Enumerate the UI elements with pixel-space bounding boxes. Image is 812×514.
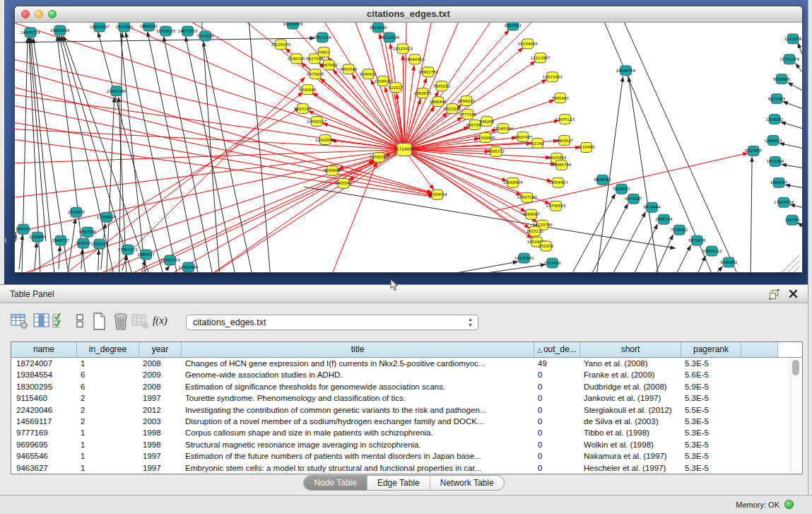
- graph-node[interactable]: 5463: [318, 47, 329, 57]
- graph-node[interactable]: 1209382: [766, 115, 783, 124]
- table-row[interactable]: 977716911998Corpus callosum shape and si…: [11, 427, 802, 438]
- graph-node[interactable]: 25226058: [271, 40, 290, 49]
- graph-node[interactable]: 15751074: [779, 54, 799, 64]
- graph-node[interactable]: 1350515: [91, 239, 108, 249]
- graph-node[interactable]: 20691406: [50, 25, 70, 35]
- select-all-icon[interactable]: [52, 313, 70, 331]
- graph-node[interactable]: 9227343: [768, 94, 786, 104]
- graph-node[interactable]: 5875685: [307, 69, 324, 79]
- graph-node[interactable]: 1733426: [543, 258, 561, 268]
- graph-node[interactable]: 2803144: [294, 104, 312, 114]
- graph-node[interactable]: 685051: [16, 224, 31, 234]
- graph-node[interactable]: 18807293: [517, 192, 537, 202]
- graph-node[interactable]: 7955812: [433, 81, 450, 91]
- table-rows[interactable]: 1872400712008Changes of HCN gene express…: [11, 358, 802, 474]
- vertical-scrollbar[interactable]: [790, 358, 801, 473]
- graph-node[interactable]: 17957272: [118, 245, 138, 255]
- graph-node[interactable]: 1821022: [444, 104, 461, 114]
- graph-node[interactable]: 6879197: [625, 194, 642, 204]
- column-header-title[interactable]: title: [182, 342, 534, 357]
- graph-node[interactable]: 1112854: [784, 34, 802, 44]
- graph-node[interactable]: 2942757: [52, 235, 70, 245]
- graph-node[interactable]: 2867608: [320, 60, 338, 70]
- close-panel-button[interactable]: [788, 288, 799, 299]
- graph-node[interactable]: 24055724: [20, 28, 40, 37]
- graph-node[interactable]: 14569117: [307, 117, 326, 127]
- graph-node[interactable]: 10688609: [503, 177, 523, 187]
- graph-node[interactable]: 18325419: [393, 44, 413, 54]
- zoom-button[interactable]: [48, 10, 57, 18]
- tab-node-table[interactable]: Node Table: [304, 476, 367, 490]
- graph-node[interactable]: 746266: [479, 117, 494, 127]
- network-view-window[interactable]: citations_edges.txt 24055724206914061065…: [14, 6, 803, 273]
- float-panel-button[interactable]: [769, 289, 779, 300]
- table-panel-titlebar[interactable]: Table Panel: [0, 284, 808, 303]
- graph-node[interactable]: 116753: [785, 215, 800, 225]
- table-row[interactable]: 2242004622012Investigating the contribut…: [11, 404, 802, 416]
- column-header-short[interactable]: short: [580, 342, 681, 357]
- table-row[interactable]: 1938455462009Genome-wide association stu…: [11, 369, 802, 380]
- table-options-icon[interactable]: [11, 313, 29, 331]
- graph-node[interactable]: 16640910: [405, 54, 425, 64]
- graph-node[interactable]: 7485063: [551, 93, 569, 103]
- graph-node[interactable]: 1362615: [414, 88, 431, 98]
- tab-edge-table[interactable]: Edge Table: [367, 476, 430, 490]
- function-builder-icon[interactable]: f(x): [153, 315, 171, 333]
- table-selector-combobox[interactable]: citations_edges.txt ▲▼: [186, 315, 478, 330]
- table-row[interactable]: 1872400712008Changes of HCN gene express…: [11, 358, 802, 369]
- table-row[interactable]: 969969511998Structural magnetic resonanc…: [11, 439, 802, 450]
- close-button[interactable]: [21, 10, 30, 18]
- table-row[interactable]: 946554611997Estimation of the future num…: [11, 450, 802, 462]
- new-table-icon[interactable]: [91, 313, 110, 331]
- minimize-button[interactable]: [35, 10, 43, 18]
- scrollbar-thumb[interactable]: [792, 360, 799, 375]
- column-header-name[interactable]: name: [11, 342, 77, 357]
- graph-node[interactable]: 19384554: [428, 189, 447, 199]
- graph-node[interactable]: 2935114: [655, 214, 673, 224]
- graph-node[interactable]: 9329966: [773, 74, 791, 84]
- delete-table-icon[interactable]: [112, 313, 130, 331]
- resize-handle-icon[interactable]: [782, 255, 799, 272]
- graph-node[interactable]: 14671358: [178, 26, 198, 36]
- graph-node[interactable]: 8813054: [370, 23, 387, 33]
- graph-node[interactable]: 12923446: [179, 262, 199, 272]
- graph-node[interactable]: 2520656: [68, 207, 86, 217]
- graph-node[interactable]: 16154838: [518, 39, 538, 49]
- table-row[interactable]: 946362711997Embryonic stem cells: a mode…: [11, 462, 802, 474]
- table-row[interactable]: 911546021997Tourette syndrome. Phenomeno…: [11, 392, 802, 404]
- graph-node[interactable]: 1244413: [765, 136, 782, 146]
- graph-node[interactable]: 8186328: [288, 54, 305, 64]
- graph-node[interactable]: 39159: [15, 232, 17, 242]
- table-type-tabs[interactable]: Node TableEdge TableNetwork Table: [303, 475, 504, 491]
- graph-node[interactable]: 2087682: [505, 23, 522, 30]
- graph-node[interactable]: 1995817: [137, 250, 155, 259]
- graph-node[interactable]: 8471676: [688, 235, 706, 245]
- row-height-icon[interactable]: [73, 313, 92, 331]
- graph-node[interactable]: 8938923: [613, 184, 630, 194]
- graph-node[interactable]: 19756928: [546, 201, 566, 211]
- graph-node[interactable]: 8466160: [140, 23, 158, 31]
- graph-node[interactable]: 19218506: [379, 33, 399, 42]
- graph-node[interactable]: 8454749: [340, 64, 358, 74]
- graph-node[interactable]: 16782759: [160, 255, 180, 265]
- graph-node[interactable]: 9797588: [79, 227, 97, 237]
- collapsed-panel-arrow-icon[interactable]: [1, 238, 6, 243]
- graph-node[interactable]: 16648784: [616, 66, 636, 76]
- graph-node[interactable]: 1156869: [29, 232, 47, 242]
- graph-node[interactable]: 1621064: [767, 156, 784, 166]
- graph-node[interactable]: 7857224: [314, 33, 331, 42]
- graph-node[interactable]: 9684067: [523, 209, 541, 219]
- node-attribute-table[interactable]: namein_degreeyeartitle△out_de...shortpag…: [11, 341, 803, 474]
- graph-node[interactable]: 21053346: [107, 86, 126, 96]
- graph-node[interactable]: 10654112: [702, 246, 722, 256]
- tab-network-table[interactable]: Network Table: [430, 476, 504, 490]
- window-titlebar[interactable]: citations_edges.txt: [15, 6, 802, 23]
- graph-node[interactable]: 8794028: [458, 96, 476, 106]
- column-header-out_de...[interactable]: △out_de...: [534, 342, 580, 357]
- graph-node[interactable]: 9474444: [643, 202, 661, 212]
- graph-node[interactable]: 17016504: [774, 197, 794, 207]
- graph-node[interactable]: 10653247: [90, 23, 110, 32]
- graph-node[interactable]: 10719135: [156, 26, 176, 36]
- graph-node[interactable]: 8215955: [745, 146, 762, 156]
- column-header-in_degree[interactable]: in_degree: [77, 342, 139, 357]
